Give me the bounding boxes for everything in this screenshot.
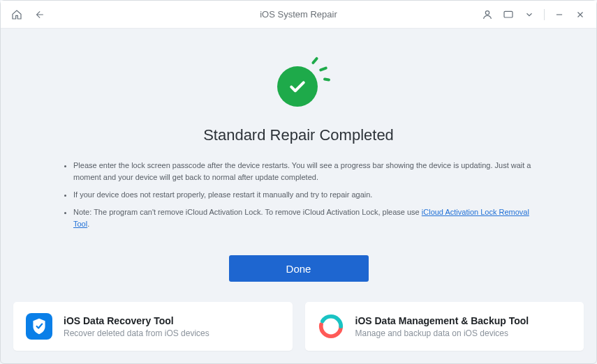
- instruction-item: If your device does not restart properly…: [73, 189, 540, 201]
- instruction-item: Please enter the lock screen passcode af…: [73, 160, 540, 183]
- svg-point-0: [485, 10, 489, 14]
- home-icon[interactable]: [10, 8, 23, 21]
- promo-text: iOS Data Recovery Tool Recover deleted d…: [64, 315, 209, 338]
- promo-card-data-management[interactable]: iOS Data Management & Backup Tool Manage…: [305, 302, 584, 351]
- close-icon[interactable]: [574, 8, 587, 21]
- promo-subtitle: Recover deleted data from iOS devices: [64, 328, 209, 338]
- titlebar-left: [10, 8, 45, 21]
- transfer-ring-icon: [318, 313, 344, 340]
- done-button[interactable]: Done: [229, 255, 369, 282]
- promo-title: iOS Data Recovery Tool: [64, 315, 209, 326]
- note-prefix: Note: The program can't remove iCloud Ac…: [73, 208, 422, 216]
- separator: [544, 9, 545, 20]
- back-icon[interactable]: [33, 8, 45, 21]
- note-suffix: .: [87, 220, 89, 228]
- main-content: Standard Repair Completed Please enter t…: [1, 29, 596, 292]
- instruction-list: Please enter the lock screen passcode af…: [57, 160, 540, 236]
- promo-subtitle: Manage and backup data on iOS devices: [355, 328, 529, 338]
- user-icon[interactable]: [481, 8, 494, 21]
- promo-text: iOS Data Management & Backup Tool Manage…: [355, 315, 529, 338]
- titlebar-right: [481, 8, 587, 21]
- app-title: iOS System Repair: [260, 9, 337, 20]
- feedback-icon[interactable]: [502, 8, 515, 21]
- checkmark-circle-icon: [277, 66, 318, 107]
- app-window: iOS System Repair: [0, 0, 597, 364]
- chevron-down-icon[interactable]: [523, 8, 536, 21]
- minimize-icon[interactable]: [553, 8, 566, 21]
- success-icon: [267, 58, 330, 114]
- page-heading: Standard Repair Completed: [203, 126, 394, 144]
- titlebar: iOS System Repair: [1, 1, 596, 29]
- instruction-item-note: Note: The program can't remove iCloud Ac…: [73, 206, 540, 230]
- promo-card-data-recovery[interactable]: iOS Data Recovery Tool Recover deleted d…: [13, 302, 293, 351]
- promo-title: iOS Data Management & Backup Tool: [355, 315, 529, 326]
- shield-icon: [26, 313, 52, 340]
- promo-row: iOS Data Recovery Tool Recover deleted d…: [1, 292, 596, 363]
